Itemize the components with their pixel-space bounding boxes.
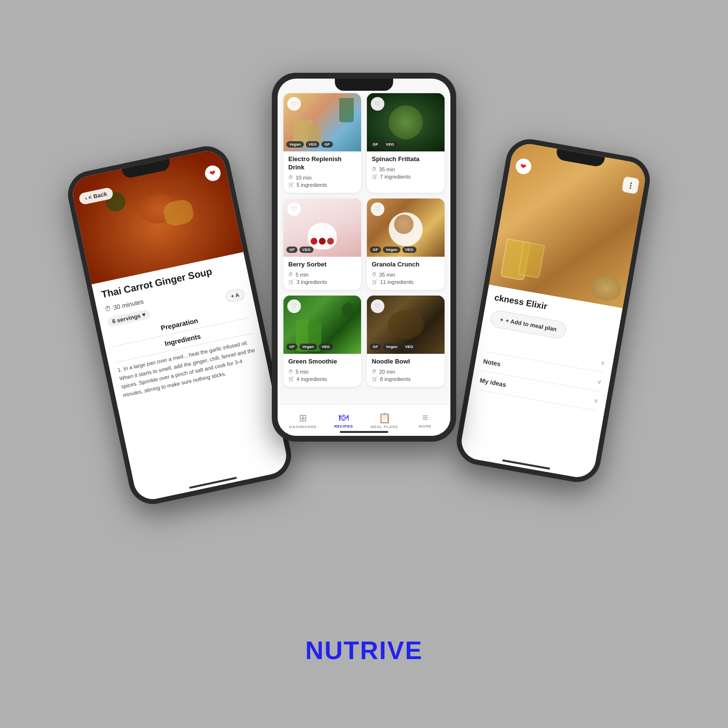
chevron-icon-ideas: ∨ [594,397,599,404]
add-button[interactable]: + A [225,288,246,303]
tag-gf-5: GF [286,344,298,350]
add-to-meal-plan-button[interactable]: + + Add to meal plan [489,309,567,340]
detail-screen: ‹ < Back ❤ Thai Carrot Ginger Soup ⏱ 30 … [69,148,290,503]
nav-meal-plans[interactable]: 📋 MEAL PLANS [364,412,405,429]
more-label: MORE [419,424,431,429]
cart-icon-berry: 🛒 [288,279,294,284]
plant-visual [339,98,354,122]
tag-vegan-1: Vegan [286,141,304,148]
time-berry: 5 min [296,272,309,278]
clock-icon: ⏱ [104,305,112,313]
time-smoothie: 5 min [296,369,309,375]
meta-ingredients-smoothie: 🛒 4 ingredients [288,376,356,382]
favorite-btn-electro[interactable]: ♡ [287,97,301,111]
recipe-meta-granola: ⏱ 35 min 🛒 11 ingredients [372,272,440,285]
recipe-meta-noodle: ⏱ 20 min 🛒 8 ingredients [372,369,440,382]
frittata-visual [389,105,423,139]
clock-icon-smoothie: ⏱ [288,369,293,374]
recipe-name-granola: Granola Crunch [372,261,440,269]
tag-veg-4: VEG [402,247,416,253]
heart-icon-berry: ♡ [291,205,297,213]
meta-ingredients-noodle: 🛒 8 ingredients [372,376,440,382]
favorite-btn-frittata[interactable]: ♡ [371,97,384,111]
plus-icon-meal: + [499,316,504,323]
app-title: NUTRIVE [305,636,423,665]
cart-icon-electro: 🛒 [288,182,294,187]
dropdown-arrow-icon: ▾ [142,311,146,318]
heart-icon-frittata: ♡ [375,100,381,108]
right-screen: ❤ ckness Elixir + + Add to meal plan ∨ [459,141,648,480]
more-icon: ≡ [422,412,428,423]
recipe-card-berry[interactable]: ♡ GF VEG Berry Sorbet ⏱ 5 min [283,199,361,290]
nav-more[interactable]: ≡ MORE [405,412,446,429]
tag-vegan-6: Vegan [383,344,400,350]
heart-icon-smoothie: ♡ [291,302,297,310]
favorite-btn-granola[interactable]: ♡ [371,202,384,216]
meta-time-frittata: ⏱ 35 min [372,166,440,172]
clock-icon-berry: ⏱ [288,272,293,277]
nav-dashboard[interactable]: ⊞ DASHBOARD [282,412,323,429]
meta-time-smoothie: ⏱ 5 min [288,369,356,375]
tag-gf-2: GF [370,141,381,148]
tags-granola: GF Vegan VEG [370,247,416,253]
meta-time-granola: ⏱ 35 min [372,272,440,278]
tags-noodle: GF Vegan VEG [370,344,416,350]
recipe-name-electro: Electro Replenish Drink [288,155,356,172]
tag-veg-1: VEG [306,141,320,148]
ingredients-berry: 3 ingredients [297,279,327,285]
recipe-info-granola: Granola Crunch ⏱ 35 min 🛒 11 ingredients [367,257,445,290]
servings-dropdown[interactable]: 6 servings ▾ [107,309,151,327]
meta-time-berry: ⏱ 5 min [288,272,356,278]
meta-ingredients-granola: 🛒 11 ingredients [372,279,440,285]
dot-1 [630,182,631,183]
favorite-btn-noodle[interactable]: ♡ [371,299,384,313]
recipe-info-noodle: Noodle Bowl ⏱ 20 min 🛒 8 ingredients [367,354,445,387]
meta-time-electro: ⏱ 10 min [288,175,356,181]
tag-veg-5: VEG [319,344,333,350]
recipe-image-berry: ♡ GF VEG [283,199,361,257]
recipe-card-frittata[interactable]: ♡ GF VEG Spinach Frittata ⏱ 35 min [367,93,445,193]
bowl-visual [308,223,337,249]
tag-vegan-4: Vegan [383,247,400,253]
recipes-screen: ♡ Vegan VEG GF Electro Replenish Drink ⏱ [278,79,450,436]
recipe-meta-frittata: ⏱ 35 min 🛒 7 ingredients [372,166,440,180]
meal-plans-label: MEAL PLANS [371,425,398,429]
nav-recipes[interactable]: 🍽 RECIPES [323,412,364,429]
dashboard-label: DASHBOARD [289,425,317,429]
meta-ingredients-berry: 🛒 3 ingredients [288,279,356,285]
time-electro: 10 min [296,175,312,181]
time-granola: 35 min [379,272,395,278]
chevron-icon-notes: ∨ [597,378,602,385]
meta-ingredients-frittata: 🛒 7 ingredients [372,174,440,180]
recipe-name-berry: Berry Sorbet [288,261,356,269]
recipe-card-smoothie[interactable]: ♡ GF Vegan VEG Green Smoothie ⏱ [283,296,361,387]
add-meal-label: + Add to meal plan [505,317,557,332]
time-value: 30 minutes [113,298,144,312]
recipe-info-berry: Berry Sorbet ⏱ 5 min 🛒 3 ingredients [283,257,361,290]
favorite-btn-berry[interactable]: ♡ [287,202,301,216]
heart-icon-noodle: ♡ [375,302,381,310]
recipe-card-noodle[interactable]: ♡ GF Vegan VEG Noodle Bowl ⏱ [367,296,445,387]
tags-berry: GF VEG [286,247,314,253]
ingredients-frittata: 7 ingredients [380,174,411,180]
tags-smoothie: GF Vegan VEG [286,344,333,350]
recipe-card-electro[interactable]: ♡ Vegan VEG GF Electro Replenish Drink ⏱ [283,93,361,193]
tag-gf-6: GF [370,344,381,350]
recipe-name-noodle: Noodle Bowl [372,358,440,366]
recipe-image-frittata: ♡ GF VEG [367,93,445,151]
right-content: ckness Elixir + + Add to meal plan ∨ Not… [469,284,623,419]
clock-icon-noodle: ⏱ [372,369,377,374]
meta-ingredients-electro: 🛒 5 ingredients [288,182,356,188]
berries-visual [311,238,334,245]
recipe-image-smoothie: ♡ GF Vegan VEG [283,296,361,354]
recipe-card-granola[interactable]: ♡ GF Vegan VEG Granola Crunch ⏱ [367,199,445,290]
servings-value: 6 servings [112,312,141,325]
time-frittata: 35 min [379,166,395,172]
recipe-info-electro: Electro Replenish Drink ⏱ 10 min 🛒 5 ing… [283,151,361,193]
favorite-btn-smoothie[interactable]: ♡ [287,299,301,313]
cart-icon-smoothie: 🛒 [288,376,294,381]
three-dot-button[interactable] [622,176,640,194]
back-arrow-icon: ‹ [84,195,88,202]
tag-vegan-5: Vegan [299,344,317,350]
dot-3 [629,187,631,188]
